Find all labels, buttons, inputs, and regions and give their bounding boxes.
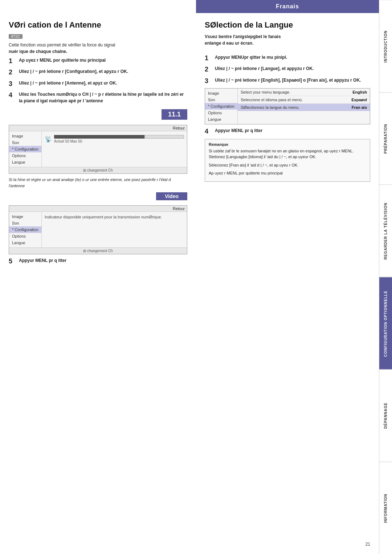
- lang-menu-langue: Langue: [205, 116, 237, 123]
- note-line-1: Si usbite zaf br le somusen fanaijet no …: [209, 148, 366, 160]
- screen2-text: Indicateur disponible uniquement pour la…: [45, 214, 184, 220]
- step-5: 5 Appyur MENL pr q itter: [9, 257, 187, 266]
- menu2-langue: Langue: [9, 239, 41, 246]
- antenna-icon: 📡: [45, 136, 52, 143]
- sidebar-depannage: DÉPANNAGE: [379, 369, 392, 462]
- screen1-header: Retour: [9, 125, 187, 131]
- left-intro-bold: nuér ique de chaque chaîne.: [9, 49, 67, 54]
- language-bar: Franais: [196, 0, 379, 13]
- screen-mockup-2: Retour Image Son Configuration Options L…: [9, 205, 187, 254]
- channel-number-badge: 11.1: [162, 109, 187, 120]
- language-label: Franais: [276, 3, 299, 10]
- screen2-header: Retour: [9, 206, 187, 212]
- lang-screen-body: Image Son Configuration Options Langue S…: [205, 89, 370, 124]
- screen2-menu: Image Son Configuration Options Langue: [9, 212, 42, 247]
- lang-row-english: Select your menu language. English: [238, 89, 370, 96]
- left-intro: Cette fonction vous permet de vérifier l…: [9, 42, 187, 55]
- sidebar-configuration: CONFIGURATION OPTIONNELLE: [379, 277, 392, 370]
- menu-image: Image: [9, 133, 41, 139]
- screen1-menu: Image Son Configuration Options Langue: [9, 131, 42, 167]
- lang-menu: Image Son Configuration Options Langue: [205, 89, 238, 124]
- signal-label: Actuel 50 Max 50: [54, 139, 184, 143]
- screen1-footer: ⊞ changement Ch: [9, 167, 187, 173]
- menu-configuration: Configuration: [9, 146, 41, 152]
- lang-menu-options: Options: [205, 110, 237, 116]
- step-4: 4 Uliez les Touches numØriqu o CH | / ~ …: [9, 91, 187, 104]
- signal-bar-area: 📡 Actuel 50 Max 50: [45, 134, 184, 145]
- screen2-footer: ⊞ changement Ch: [9, 247, 187, 254]
- sidebar-information: INFORMATION: [379, 462, 392, 554]
- left-column: VØri cation de l Antenne ATSC Cette fonc…: [0, 13, 196, 276]
- lang-menu-configuration: Configuration: [205, 103, 237, 110]
- note-line-3: Ap uyez r MENL por quitterle mu princípa…: [209, 170, 366, 176]
- screen1-body: Image Son Configuration Options Langue 📡…: [9, 131, 187, 167]
- lang-menu-image: Image: [205, 90, 237, 97]
- note-line-2: Sélecionez [Fran ais] il 'aid d | / ~, e…: [209, 162, 366, 168]
- step-2: 2 Uliez | / ~ pré letione r [Configurati…: [9, 68, 187, 77]
- step-3: 3 Uliez | / ~ pré letione r [Antenne], e…: [9, 80, 187, 88]
- screen2-content: Indicateur disponible uniquement pour la…: [42, 212, 187, 247]
- section-sidebar: INTRODUCTION PRÉPARATION REGARDER LA TÉL…: [379, 0, 392, 554]
- menu-langue: Langue: [9, 159, 41, 165]
- screen2-body: Image Son Configuration Options Langue I…: [9, 212, 187, 247]
- grid-icon-2: ⊞: [83, 249, 86, 253]
- right-step-2: 2 Uliez | / ~ pré letione r [Langue], et…: [205, 65, 370, 74]
- right-column: SØlection de la Langue Vsuez bentre l'an…: [196, 13, 379, 192]
- sidebar-preparation: PRÉPARATION: [379, 93, 392, 185]
- menu-options: Options: [9, 152, 41, 159]
- right-step-3: 3 Uliez | / ~ pré letione r [English], […: [205, 77, 370, 85]
- lang-row-espanol: Seleccione el idioma para el menú. Espaø…: [238, 96, 370, 104]
- note-title: Remarque: [209, 142, 366, 147]
- video-badge: Video: [156, 192, 187, 200]
- lang-menu-son: Son: [205, 97, 237, 103]
- right-intro-bold: Vsuez bentre l'anigslepgbet le fanais en…: [205, 33, 370, 46]
- right-title: SØlection de la Langue: [205, 20, 370, 30]
- menu2-options: Options: [9, 233, 41, 239]
- menu2-image: Image: [9, 213, 41, 220]
- sidebar-regarder: REGARDER LA TÉLÉVISION: [379, 185, 392, 277]
- right-step-1: 1 Appyur MENUpr qitter le mu pinipl.: [205, 54, 370, 62]
- right-step-4: 4 Appyur MENL pr q itter: [205, 127, 370, 136]
- atsc-badge: ATSC: [9, 34, 23, 39]
- page-number: 21: [366, 542, 370, 547]
- step5-text: Appyur MENL pr q itter: [19, 258, 66, 263]
- screen1-content: 📡 Actuel 50 Max 50: [42, 131, 187, 167]
- grid-icon: ⊞: [83, 168, 86, 172]
- left-title: VØri cation de l Antenne: [9, 20, 187, 30]
- menu-son: Son: [9, 139, 41, 146]
- italic-note: Si la hîne et régée ur un anal analiqe (…: [9, 177, 187, 189]
- menu2-configuration: Configuration: [9, 226, 41, 233]
- lang-content: Select your menu language. English Selec…: [238, 89, 370, 124]
- sidebar-introduction: INTRODUCTION: [379, 0, 392, 93]
- note-box: Remarque Si usbite zaf br le somusen fan…: [205, 139, 370, 182]
- lang-row-francais: SØlectionnez la langue du menu. Fran ais: [238, 104, 370, 111]
- screen-mockup-1: Retour Image Son Configuration Options L…: [9, 125, 187, 174]
- menu2-son: Son: [9, 220, 41, 226]
- step-1: 1 Ap uyez r MENL por quitterle mu princi…: [9, 57, 187, 65]
- language-screen: Image Son Configuration Options Langue S…: [205, 88, 370, 124]
